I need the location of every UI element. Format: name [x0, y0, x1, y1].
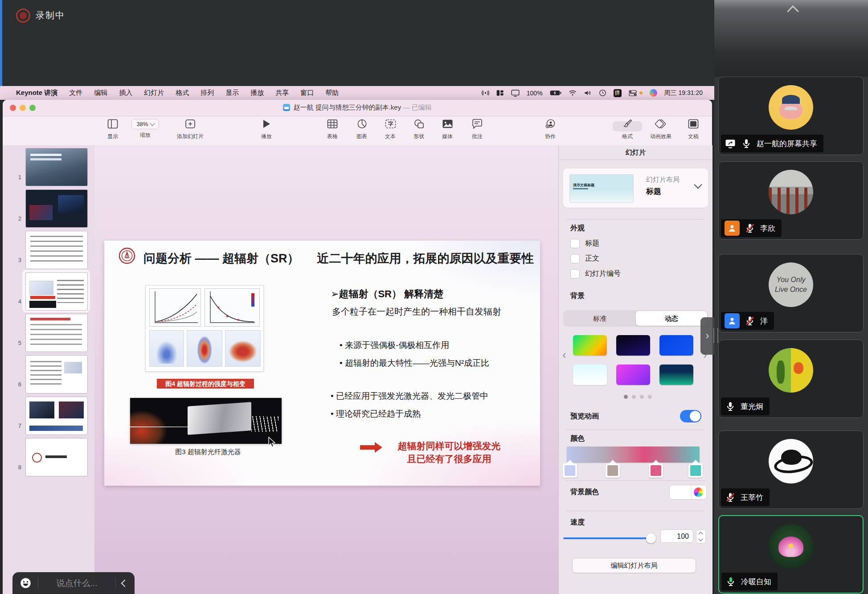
gradient-stop[interactable] [563, 463, 577, 478]
participant-tile[interactable]: 冷暖自知 [718, 515, 864, 594]
slide-thumbnail[interactable] [25, 355, 88, 393]
slide-number: 4 [11, 298, 21, 305]
checkbox-icon[interactable] [570, 239, 580, 248]
slide-number: 8 [11, 464, 21, 471]
menu-item-文件[interactable]: 文件 [69, 89, 82, 97]
zoom-control[interactable]: 38% 缩放 [124, 119, 167, 139]
airplay-icon[interactable] [482, 89, 489, 97]
window-titlebar[interactable]: 赵一航 提问与猜想三分钟的副本.key — 已编辑 [3, 100, 712, 116]
appearance-option-正文[interactable]: 正文 [570, 254, 599, 263]
emoji-icon[interactable] [20, 577, 32, 589]
speed-slider[interactable] [563, 537, 654, 539]
background-swatch[interactable] [659, 365, 693, 385]
checkbox-icon[interactable] [570, 254, 580, 263]
menu-item-幻灯片[interactable]: 幻灯片 [144, 89, 164, 97]
chat-bar[interactable]: 说点什么... [12, 572, 135, 594]
comment-button[interactable]: 批注 [456, 119, 499, 140]
avatar [769, 85, 813, 130]
add-slide-button[interactable]: 添加幻灯片 [169, 119, 212, 140]
slide-thumbnail[interactable] [25, 148, 88, 186]
slide-thumbnail[interactable] [25, 438, 88, 476]
slide-thumbnail-row: 2 [3, 189, 94, 229]
slide-thumbnail-row: 4 [3, 272, 94, 311]
control-center-icon[interactable] [629, 90, 637, 96]
background-swatch[interactable] [616, 365, 650, 385]
background-swatch[interactable] [573, 335, 607, 356]
wifi-icon[interactable] [569, 90, 577, 96]
participant-tile[interactable]: 李欣 [718, 161, 864, 240]
appearance-option-标题[interactable]: 标题 [570, 239, 599, 248]
collaborate-button[interactable]: 协作 [529, 119, 572, 140]
chevron-left-icon[interactable] [121, 579, 129, 587]
carousel-dot[interactable] [640, 395, 644, 399]
menu-item-编辑[interactable]: 编辑 [94, 89, 107, 97]
gradient-bar[interactable] [567, 447, 700, 463]
play-button[interactable]: 播放 [245, 119, 288, 140]
participant-label: 董光炯 [721, 397, 770, 415]
display-icon[interactable] [511, 90, 520, 97]
background-color-well[interactable] [669, 485, 707, 500]
gradient-stop[interactable] [606, 463, 620, 478]
checkbox-icon[interactable] [570, 269, 580, 279]
background-swatch[interactable] [573, 365, 607, 385]
menu-item-帮助[interactable]: 帮助 [325, 89, 339, 97]
bg-tab-标准[interactable]: 标准 [564, 311, 636, 326]
background-swatch[interactable] [616, 335, 650, 356]
menu-item-插入[interactable]: 插入 [119, 89, 132, 97]
edit-slide-layout-button[interactable]: 编辑幻灯片布局 [572, 558, 696, 573]
participant-label: 洋 [721, 312, 774, 330]
panel-resize-grip[interactable] [713, 328, 718, 343]
slide-layout-card[interactable]: 演示文稿标题 幻灯片布局 标题 [563, 168, 708, 208]
carousel-prev-icon[interactable]: ‹ [562, 350, 566, 359]
menu-clock[interactable]: 周三 19:31:20 [664, 89, 703, 97]
time-machine-icon[interactable] [599, 89, 606, 97]
stage-manager-icon[interactable] [496, 90, 504, 96]
menu-item-窗口[interactable]: 窗口 [300, 89, 314, 97]
slide-thumbnail[interactable] [25, 189, 88, 228]
volume-icon[interactable] [584, 90, 592, 96]
gradient-stop[interactable] [688, 463, 703, 478]
slide-thumbnail-row: 3 [3, 231, 94, 270]
slide-canvas[interactable]: 问题分析 —— 超辐射（SR） 近二十年的应用，拓展的原因以及重要性 [94, 145, 558, 594]
slide-thumbnail[interactable] [25, 314, 88, 352]
participant-tile[interactable]: 董光炯 [718, 340, 864, 418]
menu-item-排列[interactable]: 排列 [201, 89, 214, 97]
avatar [769, 524, 813, 569]
participant-tile[interactable]: You Only Live Once洋 [718, 254, 864, 332]
color-wheel-icon[interactable] [694, 487, 703, 497]
app-menu-name[interactable]: Keynote 讲演 [16, 89, 57, 97]
participant-name: 洋 [760, 316, 768, 326]
slide-thumbnail[interactable] [25, 397, 88, 435]
slide-thumbnail[interactable] [25, 272, 88, 311]
menu-item-显示[interactable]: 显示 [225, 89, 239, 97]
speed-stepper[interactable] [696, 529, 706, 544]
divider [38, 578, 38, 589]
appearance-option-幻灯片编号[interactable]: 幻灯片编号 [570, 269, 621, 279]
input-method-badge[interactable]: 拼 [614, 89, 622, 97]
gradient-stop[interactable] [649, 463, 663, 478]
participant-name: 冷暖自知 [741, 577, 771, 587]
layout-name: 标题 [646, 186, 661, 197]
participant-tile[interactable]: 王莘竹 [718, 430, 864, 509]
participant-name: 赵一航的屏幕共享 [757, 139, 817, 149]
preview-animation-toggle[interactable] [680, 410, 701, 422]
avatar-text: You Only Live Once [772, 275, 810, 295]
menu-item-格式[interactable]: 格式 [176, 89, 189, 97]
bg-tab-动态[interactable]: 动态 [636, 311, 708, 326]
menu-item-共享[interactable]: 共享 [275, 89, 289, 97]
panel-collapse-tab[interactable]: › [700, 317, 714, 355]
participant-tile[interactable]: 赵一航的屏幕共享 [718, 77, 864, 155]
mic-on-icon [725, 401, 736, 412]
chat-input-placeholder[interactable]: 说点什么... [45, 578, 109, 589]
speed-value-field[interactable]: 100 [660, 529, 693, 543]
background-swatch[interactable] [659, 335, 693, 356]
carousel-dot[interactable] [624, 395, 628, 399]
slide-thumbnail[interactable] [25, 231, 88, 269]
current-slide[interactable]: 问题分析 —— 超辐射（SR） 近二十年的应用，拓展的原因以及重要性 [104, 241, 540, 486]
siri-icon[interactable] [650, 89, 657, 97]
carousel-dot[interactable] [648, 395, 652, 399]
carousel-dot[interactable] [632, 395, 636, 399]
slider-knob[interactable] [646, 533, 656, 543]
document-button[interactable]: 文稿 [672, 119, 715, 140]
menu-item-播放[interactable]: 播放 [250, 89, 264, 97]
